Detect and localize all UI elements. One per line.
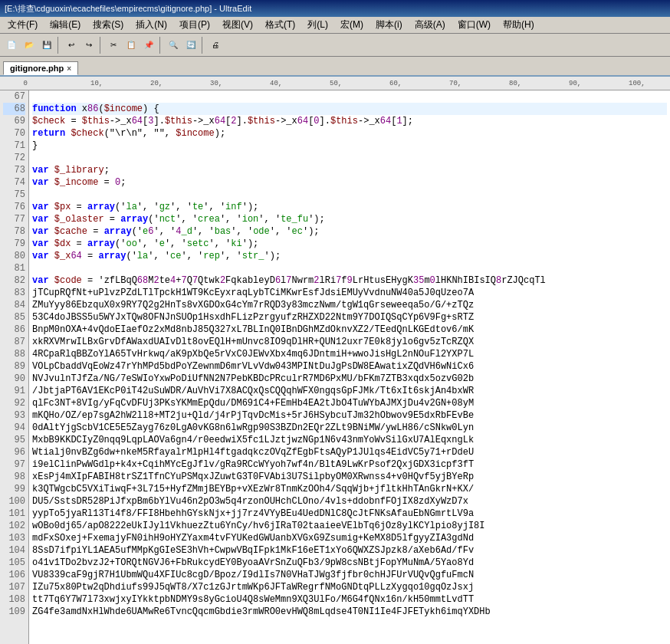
replace-button[interactable]: 🔄 xyxy=(182,37,199,54)
line-number-97: 97 xyxy=(3,458,25,471)
code-line-77: var $_olaster = array('nct', 'crea', 'io… xyxy=(32,213,667,225)
code-line-99: k3QTWgcbC5VXiTiwqF+3L715+HyfZMmjBEYBp+vX… xyxy=(32,483,667,495)
line-number-94: 94 xyxy=(3,422,25,434)
code-line-86: BnpM0nOXA+4vQdoEIaefOz2xMd8nbJ85Q327xL7B… xyxy=(32,324,667,336)
line-number-78: 78 xyxy=(3,225,25,238)
line-number-89: 89 xyxy=(3,360,25,373)
line-number-91: 91 xyxy=(3,385,25,397)
toolbar-sep-2 xyxy=(100,37,103,54)
ruler: 0 10,20,30,40,50,60,70,80,90,100, xyxy=(0,77,670,90)
title-text: [E:\排查\cdguoxin\ecachefiles\empirecms\gi… xyxy=(5,3,251,15)
menu-item-f[interactable]: 文件(F) xyxy=(3,18,42,32)
line-number-82: 82 xyxy=(3,274,25,287)
menu-item-a[interactable]: 高级(A) xyxy=(410,18,450,32)
ruler-mark-1: 10, xyxy=(90,80,103,87)
line-number-81: 81 xyxy=(3,262,25,274)
save-button[interactable]: 💾 xyxy=(38,37,55,54)
code-line-83: jTCupRQfNt+uPlvzPZdLTlTpckH1WT9KcEyxraqL… xyxy=(32,287,667,299)
code-line-90: NVJvulnTJfZa/NG/7eSWIoYxwPoDiUfNN2N7PebK… xyxy=(32,373,667,385)
code-line-72 xyxy=(32,152,667,164)
menu-item-i[interactable]: 脚本(i) xyxy=(371,18,407,32)
line-number-107: 107 xyxy=(3,581,25,593)
menu-item-w[interactable]: 窗口(W) xyxy=(453,18,495,32)
line-number-77: 77 xyxy=(3,213,25,225)
code-line-78: var $cache = array('e6', '4_d', 'bas', '… xyxy=(32,225,667,238)
code-area[interactable]: 6768697071727374757677787980818283848586… xyxy=(0,90,670,644)
line-number-83: 83 xyxy=(3,287,25,299)
code-line-89: VOLpCbaddVqEoWz47rYhMPd5bdPoYZewnmD6mrVL… xyxy=(32,360,667,373)
menu-item-v[interactable]: 视图(V) xyxy=(218,18,258,32)
ruler-mark-6: 60, xyxy=(389,80,402,87)
title-bar: [E:\排查\cdguoxin\ecachefiles\empirecms\gi… xyxy=(0,0,670,17)
code-line-98: xEsPj4mXIpFABIH8trSZ1TfnCYuPSMqxJZuwtG3T… xyxy=(32,471,667,483)
code-line-108: tt7Tq6Y7W7l73xwjxyIYkktpbNDMY9s8yGcioU4Q… xyxy=(32,593,667,606)
code-line-106: VU8339caF9gjR7H1UbmWQu4XFIUc8cgD/Bpoz/I9… xyxy=(32,569,667,581)
line-number-79: 79 xyxy=(3,238,25,250)
code-line-107: IZu75x80Ptw2qDhdiufs99J5qWT8/X7c1zGJrtmW… xyxy=(32,581,667,593)
line-numbers: 6768697071727374757677787980818283848586… xyxy=(0,90,29,644)
line-number-68: 68 xyxy=(3,103,25,115)
line-number-100: 100 xyxy=(3,495,25,508)
line-number-101: 101 xyxy=(3,508,25,520)
code-line-88: 4RCpaRlqBBZoYlA65TvHrkwq/aK9pXbQe5rVxC0J… xyxy=(32,348,667,360)
line-number-96: 96 xyxy=(3,446,25,458)
code-line-73: var $_library; xyxy=(32,164,667,176)
line-number-102: 102 xyxy=(3,520,25,532)
code-line-103: mdFxSOxej+FxemajyFN0ihH9oHYZYaxm4tvFYUKe… xyxy=(32,532,667,544)
toolbar: 📄 📂 💾 ↩ ↪ ✂ 📋 📌 🔍 🔄 🖨 xyxy=(0,34,670,57)
ruler-mark-9: 90, xyxy=(569,80,581,87)
ruler-mark-4: 40, xyxy=(270,80,282,87)
ruler-mark-3: 30, xyxy=(210,80,222,87)
redo-button[interactable]: ↪ xyxy=(80,37,97,54)
ruler-mark-2: 20, xyxy=(150,80,163,87)
line-number-92: 92 xyxy=(3,397,25,409)
menu-item-e[interactable]: 编辑(E) xyxy=(45,18,85,32)
menu-item-h[interactable]: 帮助(H) xyxy=(498,18,539,32)
line-number-71: 71 xyxy=(3,140,25,152)
line-number-90: 90 xyxy=(3,373,25,385)
code-line-69: $check = $this->_x64[3].$this->_x64[2].$… xyxy=(32,115,667,127)
cut-button[interactable]: ✂ xyxy=(105,37,122,54)
code-line-91: /JbtjaPT6AV1EKcP0iT42uSuWDR/AuVhVi7X8ACQ… xyxy=(32,385,667,397)
line-number-70: 70 xyxy=(3,127,25,140)
line-number-104: 104 xyxy=(3,544,25,557)
code-line-104: 8SsD7ifpiYL1AEA5ufMMpKgGIeSE3hVh+CwpwVBq… xyxy=(32,544,667,557)
ruler-mark-10: 100, xyxy=(629,80,645,87)
print-button[interactable]: 🖨 xyxy=(207,37,224,54)
line-number-69: 69 xyxy=(3,115,25,127)
undo-button[interactable]: ↩ xyxy=(63,37,80,54)
tab-gitignore-php[interactable]: gitignore.php × xyxy=(3,61,78,75)
code-line-84: ZMuYyy86EbzquX0x9RY7Q2g2HnTs8vXGDOxG4cYm… xyxy=(32,299,667,311)
line-number-103: 103 xyxy=(3,532,25,544)
open-button[interactable]: 📂 xyxy=(21,37,38,54)
copy-button[interactable]: 📋 xyxy=(123,37,140,54)
ruler-mark-5: 50, xyxy=(330,80,342,87)
menu-item-t[interactable]: 格式(T) xyxy=(261,18,300,32)
line-number-85: 85 xyxy=(3,311,25,324)
line-number-98: 98 xyxy=(3,471,25,483)
tab-bar: gitignore.php × xyxy=(0,57,670,77)
menu-item-p[interactable]: 项目(P) xyxy=(175,18,215,32)
code-line-71: } xyxy=(32,140,667,152)
menu-item-m[interactable]: 宏(M) xyxy=(336,18,368,32)
code-line-68: function x86($income) { xyxy=(32,103,667,115)
menu-bar: 文件(F)编辑(E)搜索(S)插入(N)项目(P)视图(V)格式(T)列(L)宏… xyxy=(0,17,670,34)
code-line-95: MxbB9KKDCIyZ0nqq9LqpLAOVa6gn4/r0eedwiX5f… xyxy=(32,434,667,446)
code-line-102: wOBo0dj65/apO8222eUkIJyl1VkhuezZtu6YnCy/… xyxy=(32,520,667,532)
code-content[interactable]: function x86($income) { $check = $this->… xyxy=(29,90,670,644)
find-button[interactable]: 🔍 xyxy=(165,37,182,54)
line-number-106: 106 xyxy=(3,569,25,581)
toolbar-sep-4 xyxy=(202,37,205,54)
line-number-93: 93 xyxy=(3,409,25,422)
line-number-88: 88 xyxy=(3,348,25,360)
tab-close-button[interactable]: × xyxy=(67,64,71,73)
menu-item-l[interactable]: 列(L) xyxy=(303,18,333,32)
line-number-87: 87 xyxy=(3,336,25,348)
menu-item-s[interactable]: 搜索(S) xyxy=(88,18,128,32)
code-line-97: i9elClinPwWGdlp+k4x+CqihMYcEgJflv/gRa9RC… xyxy=(32,458,667,471)
paste-button[interactable]: 📌 xyxy=(140,37,157,54)
new-button[interactable]: 📄 xyxy=(3,37,20,54)
line-number-73: 73 xyxy=(3,164,25,176)
line-number-67: 67 xyxy=(3,90,25,103)
menu-item-n[interactable]: 插入(N) xyxy=(131,18,172,32)
